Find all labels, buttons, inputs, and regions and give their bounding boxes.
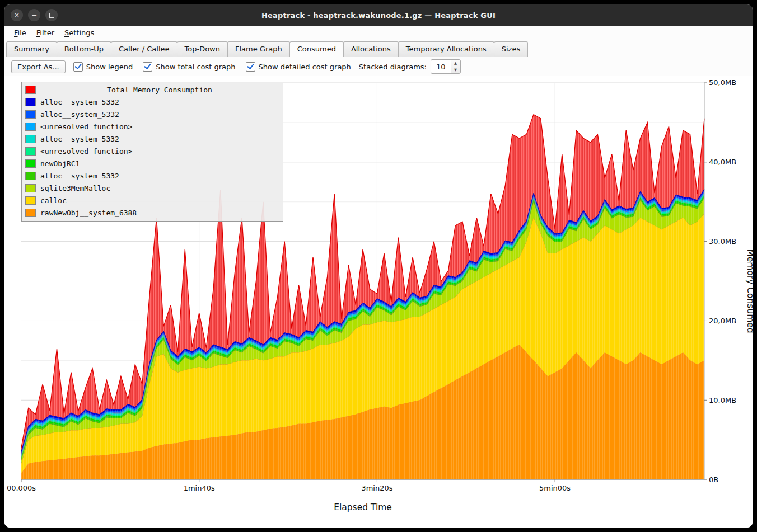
checkbox-box[interactable] xyxy=(143,62,152,72)
legend-item-label: sqlite3MemMalloc xyxy=(40,184,110,192)
chevron-down-icon: ▼ xyxy=(454,68,457,72)
legend-item: alloc__system_5332 xyxy=(26,170,279,182)
window-controls: × − xyxy=(11,4,58,26)
minimize-icon: − xyxy=(31,12,37,18)
minimize-button[interactable]: − xyxy=(28,9,40,21)
tab-summary[interactable]: Summary xyxy=(6,41,57,57)
legend-item-label: alloc__system_5332 xyxy=(40,110,119,119)
legend-item-label: <unresolved function> xyxy=(40,147,132,156)
legend-item: alloc__system_5332 xyxy=(26,96,279,108)
menu-item-settings[interactable]: Settings xyxy=(59,27,99,38)
legend-item: <unresolved function> xyxy=(26,120,279,133)
window-title: Heaptrack - heaptrack.wakunode.1.gz — He… xyxy=(261,11,496,20)
legend-swatch xyxy=(26,86,35,93)
legend-swatch xyxy=(26,185,35,192)
stacked-diagrams-value[interactable]: 10 xyxy=(431,60,451,73)
menu-item-filter[interactable]: Filter xyxy=(31,27,59,38)
legend-swatch xyxy=(26,98,35,106)
legend-item: newObjRC1 xyxy=(26,157,279,170)
checkbox-show-detailed-cost-graph[interactable]: Show detailed cost graph xyxy=(246,62,351,72)
x-axis-label: Elapsed Time xyxy=(334,502,392,512)
x-tick-label: 5min00s xyxy=(539,484,571,492)
legend-swatch xyxy=(26,172,35,180)
y-tick-label: 10,0MB xyxy=(709,396,736,404)
y-tick-label: 50,0MB xyxy=(709,78,736,87)
spin-up-button[interactable]: ▲ xyxy=(451,60,460,67)
legend-title-item: Total Memory Consumption xyxy=(26,83,279,96)
legend-swatch xyxy=(26,209,35,216)
tab-flame-graph[interactable]: Flame Graph xyxy=(227,41,290,57)
checkbox-box[interactable] xyxy=(246,62,255,72)
x-tick-label: 3min20s xyxy=(361,484,392,492)
legend-item-label: calloc xyxy=(40,196,67,205)
checkbox-label: Show detailed cost graph xyxy=(259,63,351,71)
legend-item-label: newObjRC1 xyxy=(40,159,80,168)
legend-item-label: Total Memory Consumption xyxy=(40,86,279,94)
legend-swatch xyxy=(26,148,35,155)
title-bar[interactable]: × − Heaptrack - heaptrack.wakunode.1.gz … xyxy=(4,4,753,26)
checkbox-label: Show legend xyxy=(86,63,133,71)
chevron-up-icon: ▲ xyxy=(454,61,457,65)
menu-bar: FileFilterSettings xyxy=(4,26,753,40)
chart-legend: Total Memory Consumptionalloc__system_53… xyxy=(21,82,283,222)
legend-item-label: alloc__system_5332 xyxy=(40,98,119,106)
y-tick-label: 30,0MB xyxy=(709,237,736,246)
legend-item: alloc__system_5332 xyxy=(26,108,279,120)
stacked-diagrams-group: Stacked diagrams: 10 ▲ ▼ xyxy=(359,59,461,74)
x-tick-label: 1min40s xyxy=(184,484,215,492)
tab-top-down[interactable]: Top-Down xyxy=(177,41,228,57)
close-icon: × xyxy=(14,12,20,18)
legend-item-label: <unresolved function> xyxy=(40,123,132,131)
legend-item: sqlite3MemMalloc xyxy=(26,182,279,194)
chart-toolbar: Export As... Show legendShow total cost … xyxy=(4,57,753,76)
checkbox-label: Show total cost graph xyxy=(156,63,235,71)
memory-consumed-chart[interactable]: 0B10,0MB20,0MB30,0MB40,0MB50,0MB00.000s1… xyxy=(4,76,753,528)
y-tick-label: 20,0MB xyxy=(709,317,736,325)
checkbox-box[interactable] xyxy=(73,62,83,72)
y-tick-label: 40,0MB xyxy=(709,158,736,166)
tab-temporary-allocations[interactable]: Temporary Allocations xyxy=(398,41,494,57)
tab-caller-callee[interactable]: Caller / Callee xyxy=(111,41,177,57)
legend-item: <unresolved function> xyxy=(26,145,279,157)
tab-allocations[interactable]: Allocations xyxy=(343,41,399,57)
tab-bar: SummaryBottom-UpCaller / CalleeTop-DownF… xyxy=(4,40,753,57)
legend-item-label: alloc__system_5332 xyxy=(40,135,119,143)
heaptrack-window: × − Heaptrack - heaptrack.wakunode.1.gz … xyxy=(4,4,753,528)
legend-swatch xyxy=(26,197,35,204)
x-tick-label: 00.000s xyxy=(7,484,36,492)
stacked-diagrams-spinbox[interactable]: 10 ▲ ▼ xyxy=(431,59,461,74)
menu-item-file[interactable]: File xyxy=(9,27,31,38)
checkbox-show-legend[interactable]: Show legend xyxy=(73,62,133,72)
export-as-button[interactable]: Export As... xyxy=(11,60,66,73)
y-tick-label: 0B xyxy=(709,475,718,484)
legend-item-label: alloc__system_5332 xyxy=(40,172,119,180)
spin-down-button[interactable]: ▼ xyxy=(451,67,460,73)
close-button[interactable]: × xyxy=(11,9,23,21)
spin-buttons: ▲ ▼ xyxy=(451,60,460,73)
legend-swatch xyxy=(26,160,35,167)
maximize-button[interactable] xyxy=(45,9,58,21)
tab-bottom-up[interactable]: Bottom-Up xyxy=(57,41,111,57)
stacked-diagrams-label: Stacked diagrams: xyxy=(359,63,427,71)
legend-swatch xyxy=(26,123,35,130)
y-axis-label: Memory Consumed xyxy=(745,249,753,333)
toolbar-checkboxes: Show legendShow total cost graphShow det… xyxy=(73,62,351,72)
maximize-icon xyxy=(49,13,54,18)
tab-sizes[interactable]: Sizes xyxy=(494,41,528,57)
legend-item: rawNewObj__system_6388 xyxy=(26,206,279,219)
legend-swatch xyxy=(26,111,35,118)
checkbox-show-total-cost-graph[interactable]: Show total cost graph xyxy=(143,62,235,72)
legend-item: alloc__system_5332 xyxy=(26,133,279,145)
tab-consumed[interactable]: Consumed xyxy=(289,41,344,57)
legend-item-label: rawNewObj__system_6388 xyxy=(40,209,137,217)
legend-item: calloc xyxy=(26,194,279,206)
legend-swatch xyxy=(26,135,35,143)
